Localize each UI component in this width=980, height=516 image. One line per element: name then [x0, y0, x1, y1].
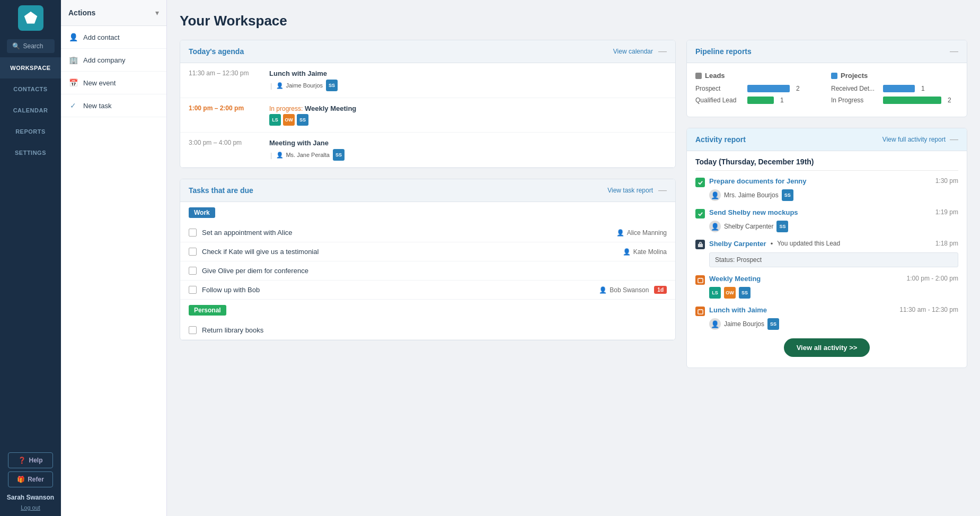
task-label-2: Check if Kate will give us a testimonial: [202, 248, 617, 256]
svg-rect-5: [698, 309, 702, 313]
refer-label: Refer: [28, 476, 44, 483]
search-label: Search: [23, 42, 43, 50]
view-activity-link[interactable]: View full activity report: [882, 136, 946, 143]
view-task-report-link[interactable]: View task report: [607, 187, 653, 194]
activity-title-5[interactable]: Lunch with Jaime: [709, 306, 767, 314]
new-task-icon: ✓: [68, 101, 78, 110]
person-name-2: Shelby Carpenter: [724, 223, 773, 230]
pipeline-menu-icon[interactable]: —: [950, 47, 958, 56]
agenda-header-right: View calendar —: [613, 47, 667, 56]
projects-icon: [831, 73, 837, 79]
new-task-action[interactable]: ✓ New task: [61, 94, 166, 117]
search-icon: 🔍: [12, 42, 20, 50]
projects-received-label: Received Det...: [831, 85, 879, 92]
agenda-content-2: In progress: Weekly Meeting LS OW SS: [269, 104, 667, 126]
tasks-menu-icon[interactable]: —: [658, 186, 667, 195]
badge-ss-1: SS: [326, 80, 338, 91]
view-calendar-link[interactable]: View calendar: [613, 48, 653, 55]
activity-menu-icon[interactable]: —: [950, 135, 958, 144]
work-badge: Work: [189, 207, 215, 218]
task-assignee-2: 👤 Kate Molina: [623, 248, 667, 256]
activity-title-2[interactable]: Send Shelby new mockups: [709, 208, 798, 216]
status-box-3: Status: Prospect: [709, 252, 958, 267]
activity-time-5: 11:30 am - 12:30 pm: [899, 306, 958, 313]
task-checkbox-3[interactable]: [189, 267, 197, 275]
person-name-5: Jaime Bourjos: [724, 320, 764, 328]
logout-link[interactable]: Log out: [21, 504, 40, 511]
new-event-icon: 📅: [68, 78, 78, 88]
badge-5: SS: [767, 318, 779, 330]
badge-ow-4: OW: [724, 287, 736, 299]
tasks-card: Tasks that are due View task report — Wo…: [180, 179, 676, 340]
person-icon-t2: 👤: [623, 248, 631, 256]
leads-label: Leads: [705, 72, 725, 80]
add-company-action[interactable]: 🏢 Add company: [61, 49, 166, 72]
activity-item-5-row: Lunch with Jaime 11:30 am - 12:30 pm: [695, 306, 958, 316]
activity-item-4: Weekly Meeting 1:00 pm - 2:00 pm LS OW S…: [695, 275, 958, 299]
projects-received-bar: [883, 85, 915, 92]
user-name: Sarah Swanson: [7, 494, 54, 501]
badge-row-2: LS OW SS: [269, 114, 667, 126]
new-task-label: New task: [83, 102, 111, 110]
agenda-time-2: 1:00 pm – 2:00 pm: [189, 104, 263, 112]
event-check-icon-5: [695, 307, 705, 316]
activity-contact-3[interactable]: Shelby Carpenter: [709, 240, 766, 248]
activity-item-1-row: Prepare documents for Jenny 1:30 pm: [695, 177, 958, 187]
agenda-card: Today's agenda View calendar — 11:30 am …: [180, 40, 676, 168]
activity-item-5: Lunch with Jaime 11:30 am - 12:30 pm 👤 J…: [695, 306, 958, 330]
activity-title-4[interactable]: Weekly Meeting: [709, 275, 761, 283]
activity-item-1: Prepare documents for Jenny 1:30 pm 👤 Mr…: [695, 177, 958, 201]
activity-header: Activity report View full activity repor…: [687, 128, 967, 151]
event-check-icon-4: [695, 275, 705, 285]
help-button[interactable]: ❓ Help: [8, 452, 53, 468]
avatar-2: 👤: [709, 221, 721, 232]
activity-card: Activity report View full activity repor…: [686, 128, 967, 368]
activity-time-2: 1:19 pm: [935, 208, 958, 216]
task-checkbox-4[interactable]: [189, 286, 197, 294]
sidebar-item-settings[interactable]: SETTINGS: [0, 142, 61, 163]
pipeline-header: Pipeline reports —: [687, 40, 967, 63]
actions-chevron-icon[interactable]: ▾: [155, 8, 159, 17]
svg-rect-2: [698, 278, 702, 282]
update-icon-3: [695, 240, 705, 249]
badge-ss-3: SS: [333, 149, 345, 161]
agenda-title-1: Lunch with Jaime: [269, 69, 667, 77]
agenda-title-3: Meeting with Jane: [269, 139, 667, 147]
projects-col-title: Projects: [831, 72, 958, 80]
projects-row-2: In Progress 2: [831, 97, 958, 104]
task-checkbox-1[interactable]: [189, 229, 197, 237]
app-logo[interactable]: [18, 5, 43, 31]
add-contact-action[interactable]: 👤 Add contact: [61, 26, 166, 49]
task-checkbox-2[interactable]: [189, 248, 197, 256]
task-item-4: Follow up with Bob 👤 Bob Swanson 1d: [180, 281, 675, 300]
work-section-header: Work: [180, 202, 675, 223]
projects-inprogress-count: 2: [948, 97, 951, 104]
activity-item-2-left: Send Shelby new mockups: [695, 208, 798, 218]
refer-button[interactable]: 🎁 Refer: [8, 471, 53, 487]
leads-icon: [695, 73, 702, 79]
left-column: Today's agenda View calendar — 11:30 am …: [180, 40, 676, 379]
activity-item-3: Shelby Carpenter • You updated this Lead…: [695, 240, 958, 267]
search-bar[interactable]: 🔍 Search: [7, 39, 55, 53]
task-checkbox-5[interactable]: [189, 326, 197, 334]
badge-ow: OW: [283, 114, 295, 126]
sidebar-item-workspace[interactable]: WORKSPACE: [0, 57, 61, 78]
activity-time-3: 1:18 pm: [935, 240, 958, 247]
agenda-card-header: Today's agenda View calendar —: [180, 40, 675, 63]
tasks-header-right: View task report —: [607, 186, 667, 195]
tasks-card-header: Tasks that are due View task report —: [180, 179, 675, 202]
activity-item-3-left: Shelby Carpenter • You updated this Lead: [695, 240, 840, 249]
badge-1: SS: [782, 189, 793, 201]
activity-meta-5: 👤 Jaime Bourjos SS: [709, 318, 958, 330]
agenda-content-1: Lunch with Jaime | 👤 Jaime Bourjos SS: [269, 69, 667, 91]
sidebar-item-contacts[interactable]: CONTACTS: [0, 78, 61, 100]
agenda-menu-icon[interactable]: —: [658, 47, 667, 56]
new-event-action[interactable]: 📅 New event: [61, 72, 166, 94]
activity-title-1[interactable]: Prepare documents for Jenny: [709, 177, 807, 185]
sidebar-item-reports[interactable]: REPORTS: [0, 121, 61, 142]
sidebar-item-calendar[interactable]: CALENDAR: [0, 100, 61, 121]
view-all-activity-button[interactable]: View all activity >>: [784, 338, 870, 357]
avatar-5: 👤: [709, 318, 721, 330]
svg-marker-0: [24, 12, 37, 24]
activity-time-1: 1:30 pm: [935, 177, 958, 185]
